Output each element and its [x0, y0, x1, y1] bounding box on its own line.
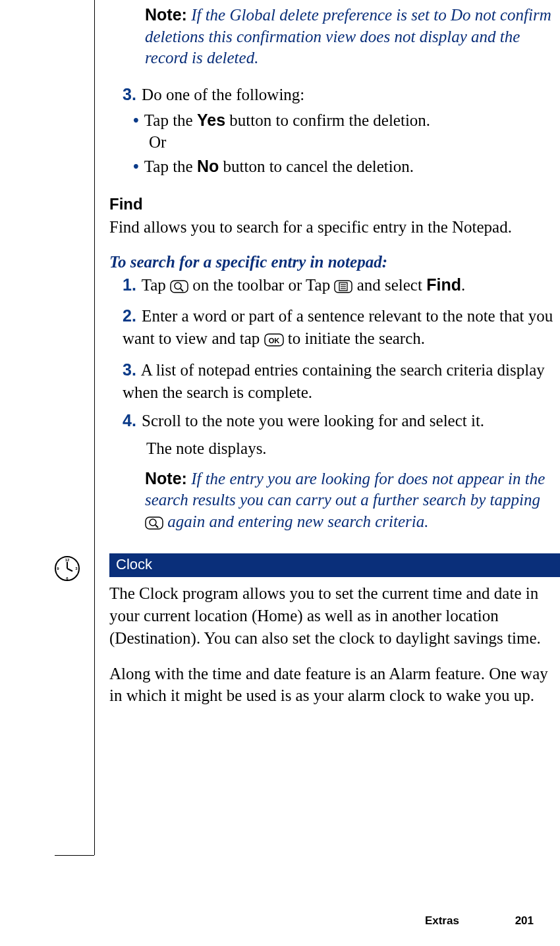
corner-rule [55, 855, 94, 856]
note-label: Note: [145, 469, 187, 487]
step-text: on the toolbar or Tap [192, 276, 334, 294]
search-step-1: 1. Tap on the toolbar or Tap [123, 274, 557, 299]
bullet-text: Tap the [144, 157, 197, 175]
footer-chapter: Extras [425, 914, 459, 927]
step-text: and select [357, 276, 427, 294]
clock-heading-bar: Clock [109, 553, 560, 577]
clock-icon: 12 3 6 9 [54, 555, 80, 582]
bullet-text: Tap the [144, 111, 197, 129]
clock-para-1: The Clock program allows you to set the … [109, 582, 557, 649]
step-text: . [461, 276, 465, 294]
svg-line-6 [67, 569, 72, 571]
svg-line-9 [181, 289, 183, 291]
note-text: If the Global delete preference is set t… [145, 6, 551, 67]
step-text: Do one of the following: [142, 86, 304, 103]
magnifier-icon [170, 277, 188, 299]
menu-icon [334, 277, 352, 299]
find-label: Find [426, 275, 461, 294]
page: 12 3 6 9 Note: If the Global delete pref… [0, 0, 560, 946]
search-step-4: 4. Scroll to the note you were looking f… [123, 410, 557, 432]
step-number: 2. [123, 306, 136, 325]
svg-point-8 [175, 283, 181, 289]
step-number: 3. [123, 85, 136, 103]
note-label: Note: [145, 5, 187, 24]
note-text-a: If the entry you are looking for does no… [145, 470, 545, 509]
step-3: 3. Do one of the following: [123, 84, 557, 106]
ok-icon: OK [264, 330, 284, 352]
or-text: Or [149, 133, 557, 152]
clock-para-2: Along with the time and date feature is … [109, 663, 557, 708]
step-text: to initiate the search. [288, 329, 425, 347]
bullet-yes: •Tap the Yes button to confirm the delet… [149, 109, 557, 132]
step-number: 4. [123, 411, 136, 430]
step-text: Tap [142, 276, 170, 294]
step-text: Scroll to the note you were looking for … [142, 412, 484, 430]
vertical-rule [94, 0, 95, 855]
svg-text:3: 3 [75, 567, 78, 570]
procedure-heading: To search for a specific entry in notepa… [109, 253, 557, 271]
svg-text:12: 12 [65, 558, 70, 562]
bullet-no: •Tap the No button to cancel the deletio… [149, 155, 557, 178]
step-4-result: The note displays. [146, 437, 557, 460]
find-heading: Find [109, 195, 557, 213]
step-number: 1. [123, 275, 136, 294]
note-block-2: Note: If the entry you are looking for d… [145, 468, 557, 536]
svg-text:OK: OK [268, 337, 279, 345]
note-text: If the entry you are looking for does no… [145, 470, 545, 530]
search-step-3: 3. A list of notepad entries containing … [123, 359, 557, 404]
svg-line-19 [155, 525, 158, 528]
content-column: Note: If the Global delete preference is… [109, 4, 557, 707]
find-para: Find allows you to search for a specific… [109, 216, 557, 238]
note-text-b: again and entering new search criteria. [167, 513, 428, 530]
step-number: 3. [123, 360, 136, 379]
page-footer: Extras 201 [425, 914, 534, 928]
step-text: A list of notepad entries containing the… [123, 361, 545, 401]
no-label: No [197, 157, 219, 175]
svg-point-18 [150, 519, 156, 526]
magnifier-icon [145, 514, 163, 536]
bullet-text: button to cancel the deletion. [219, 157, 414, 175]
footer-page-number: 201 [515, 914, 534, 927]
svg-text:9: 9 [57, 567, 59, 570]
search-step-2: 2. Enter a word or part of a sentence re… [123, 305, 557, 352]
yes-label: Yes [197, 111, 225, 129]
note-block: Note: If the Global delete preference is… [145, 4, 557, 69]
bullet-text: button to confirm the deletion. [225, 111, 430, 129]
